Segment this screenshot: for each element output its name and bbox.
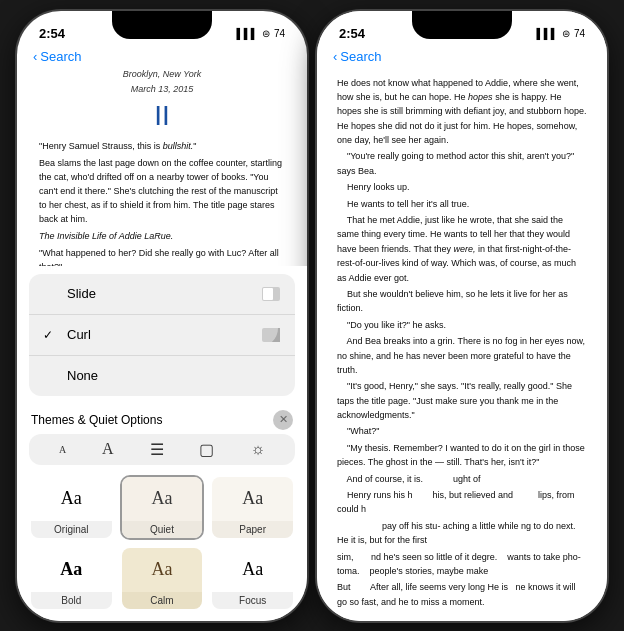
theme-calm-label: Calm [122, 592, 203, 609]
themes-close-button[interactable]: ✕ [273, 410, 293, 430]
theme-quiet-label: Quiet [122, 521, 203, 538]
back-label-right: Search [340, 49, 381, 64]
signal-icon: ▌▌▌ [237, 28, 258, 39]
slide-icon-curl [261, 325, 281, 345]
theme-paper-preview: Aa [212, 477, 293, 521]
right-phone: 2:54 ▌▌▌ ⊜ 74 ‹ Search He does not kno [317, 11, 607, 621]
theme-quiet-preview: Aa [122, 477, 203, 521]
slide-label: Slide [67, 286, 96, 301]
theme-focus[interactable]: Aa Focus [210, 546, 295, 611]
themes-icon-button[interactable]: ☰ [150, 440, 164, 459]
back-button-right[interactable]: ‹ Search [333, 49, 382, 64]
slide-option-curl[interactable]: ✓ Curl [29, 315, 295, 356]
reading-controls: A A ☰ ▢ ☼ [29, 434, 295, 465]
theme-focus-label: Focus [212, 592, 293, 609]
checkmark-curl: ✓ [43, 328, 59, 342]
slide-menu: Slide ✓ Curl [29, 274, 295, 396]
battery-left: 74 [274, 28, 285, 39]
back-chevron-icon: ‹ [33, 49, 37, 64]
theme-paper-label: Paper [212, 521, 293, 538]
battery-right: 74 [574, 28, 585, 39]
theme-calm[interactable]: Aa Calm [120, 546, 205, 611]
status-icons-left: ▌▌▌ ⊜ 74 [237, 28, 285, 39]
theme-quiet[interactable]: Aa Quiet [120, 475, 205, 540]
notch-right [412, 11, 512, 39]
svg-rect-1 [263, 288, 273, 300]
themes-header: Themes & Quiet Options ✕ [17, 404, 307, 434]
slide-icon-slide [261, 284, 281, 304]
slide-option-slide[interactable]: Slide [29, 274, 295, 315]
signal-icon-right: ▌▌▌ [537, 28, 558, 39]
theme-original[interactable]: Aa Original [29, 475, 114, 540]
status-icons-right: ▌▌▌ ⊜ 74 [537, 28, 585, 39]
book-date: March 13, 2015 [39, 83, 285, 97]
themes-title: Themes & Quiet Options [31, 413, 162, 427]
panel-overlay: Slide ✓ Curl [17, 266, 307, 621]
theme-bold[interactable]: Aa Bold [29, 546, 114, 611]
theme-calm-preview: Aa [122, 548, 203, 592]
font-large-button[interactable]: A [102, 440, 114, 458]
slide-icon-none [261, 366, 281, 386]
chapter-number: II [39, 101, 285, 132]
phones-container: 2:54 ▌▌▌ ⊜ 74 ‹ Search Broo [17, 11, 607, 621]
wifi-icon-right: ⊜ [562, 28, 570, 39]
time-left: 2:54 [39, 26, 65, 41]
theme-original-preview: Aa [31, 477, 112, 521]
wifi-icon: ⊜ [262, 28, 270, 39]
theme-paper[interactable]: Aa Paper [210, 475, 295, 540]
book-content-right: He does not know what happened to Addie,… [317, 68, 607, 621]
theme-original-label: Original [31, 521, 112, 538]
book-header: Brooklyn, New York March 13, 2015 II [39, 68, 285, 133]
time-right: 2:54 [339, 26, 365, 41]
notch [112, 11, 212, 39]
slide-option-none[interactable]: None [29, 356, 295, 396]
theme-bold-label: Bold [31, 592, 112, 609]
brightness-icon-button[interactable]: ☼ [250, 440, 265, 458]
nav-bar-left[interactable]: ‹ Search [17, 47, 307, 68]
left-phone: 2:54 ▌▌▌ ⊜ 74 ‹ Search Broo [17, 11, 307, 621]
nav-bar-right[interactable]: ‹ Search [317, 47, 607, 68]
curl-label: Curl [67, 327, 91, 342]
back-button-left[interactable]: ‹ Search [33, 49, 82, 64]
book-location: Brooklyn, New York [39, 68, 285, 82]
back-chevron-icon-right: ‹ [333, 49, 337, 64]
themes-grid: Aa Original Aa Quiet Aa Paper Aa Bold [17, 471, 307, 621]
none-label: None [67, 368, 98, 383]
font-small-button[interactable]: A [59, 444, 66, 455]
theme-focus-preview: Aa [212, 548, 293, 592]
back-label-left: Search [40, 49, 81, 64]
bookmark-icon-button[interactable]: ▢ [199, 440, 214, 459]
theme-bold-preview: Aa [31, 548, 112, 592]
